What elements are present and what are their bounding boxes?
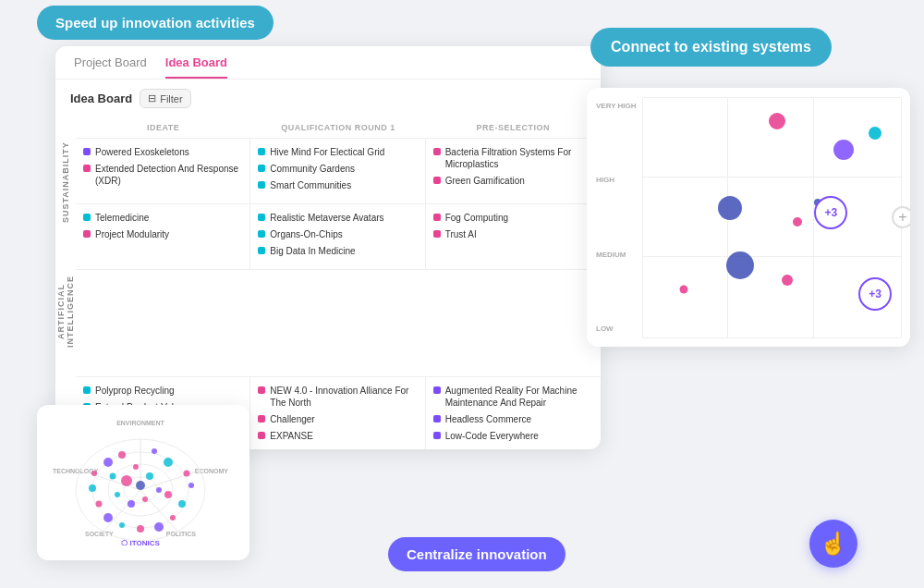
svg-point-18 (188, 483, 194, 488)
list-item[interactable]: Extended Detection And Response (XDR) (83, 163, 242, 187)
list-item[interactable]: Bacteria Filtration Systems For Micropla… (433, 146, 593, 170)
item-label: Telemedicine (95, 212, 149, 224)
item-label: Hive Mind For Electical Grid (270, 146, 384, 158)
list-item[interactable]: Realistic Metaverse Avatars (258, 212, 417, 224)
item-label: Organs-On-Chips (270, 228, 342, 240)
list-item[interactable]: Community Gardens (258, 163, 417, 175)
svg-point-17 (184, 471, 190, 477)
item-label: Project Modularity (95, 228, 169, 240)
scatter-dot (679, 286, 687, 294)
list-item[interactable]: Challenger (258, 413, 417, 425)
svg-point-32 (121, 475, 132, 486)
svg-point-16 (164, 458, 173, 467)
list-item[interactable]: Low-Code Everywhere (433, 430, 593, 442)
list-item[interactable]: Powered Exoskeletons (83, 146, 242, 158)
svg-point-33 (115, 492, 120, 497)
svg-point-35 (142, 496, 148, 502)
idea-board-card: Project Board Idea Board Idea Board ⊟ Fi… (55, 46, 601, 449)
col-headers: IDEATE QUALIFICATION ROUND 1 PRE-SELECTI… (76, 117, 601, 139)
svg-point-19 (178, 500, 186, 508)
svg-point-20 (170, 515, 176, 521)
scatter-chart-card: VERY HIGH HIGH MEDIUM LOW (587, 88, 910, 347)
item-label: Community Gardens (270, 163, 355, 175)
item-label: Smart Communities (270, 179, 351, 191)
list-item[interactable]: Fog Computing (433, 212, 593, 224)
svg-point-22 (137, 525, 144, 533)
svg-point-26 (89, 484, 96, 492)
tab-bar: Project Board Idea Board (55, 46, 601, 80)
innovation-bubble: Speed up innovation activities (37, 6, 274, 40)
list-item[interactable]: NEW 4.0 - Innovation Alliance For The No… (258, 385, 417, 409)
list-item[interactable]: Telemedicine (83, 212, 242, 224)
list-item[interactable]: Green Gamification (433, 175, 593, 187)
svg-point-24 (103, 513, 113, 522)
item-dot (258, 386, 265, 394)
scatter-inner: VERY HIGH HIGH MEDIUM LOW (587, 88, 910, 347)
filter-button[interactable]: ⊟ Filter (140, 89, 190, 108)
row-label-sustainability: SUSTAINABILITY (55, 117, 76, 247)
extra-qual-cell: NEW 4.0 - Innovation Alliance For The No… (250, 377, 425, 449)
item-label: Bacteria Filtration Systems For Micropla… (445, 146, 593, 170)
list-item[interactable]: Trust AI (433, 228, 593, 240)
list-item[interactable]: Hive Mind For Electical Grid (258, 146, 417, 158)
col-header-ideate: IDEATE (76, 117, 250, 138)
scatter-dot (833, 140, 854, 160)
svg-point-28 (103, 458, 113, 467)
item-label: Fog Computing (445, 212, 508, 224)
item-label: Polyprop Recycling (95, 385, 175, 397)
item-dot (258, 415, 265, 423)
tab-idea-board[interactable]: Idea Board (165, 55, 227, 79)
board-title: Idea Board (70, 92, 132, 105)
scatter-area: +3 +3 + (642, 97, 901, 337)
item-dot (83, 148, 91, 155)
item-dot (83, 230, 91, 238)
item-dot (433, 214, 441, 221)
list-item[interactable]: Smart Communities (258, 179, 417, 191)
list-item[interactable]: Organs-On-Chips (258, 228, 417, 240)
item-label: Realistic Metaverse Avatars (270, 212, 383, 224)
item-label: Trust AI (445, 228, 477, 240)
plus-badge-2[interactable]: +3 (858, 277, 892, 311)
item-dot (433, 148, 441, 155)
plus-badge-1[interactable]: +3 (814, 196, 847, 229)
svg-text:POLITICS: POLITICS (166, 531, 197, 537)
list-item[interactable]: Polyprop Recycling (83, 385, 242, 397)
scatter-dot (793, 217, 802, 227)
svg-point-31 (156, 487, 162, 493)
svg-point-30 (146, 472, 153, 480)
tab-project-board[interactable]: Project Board (74, 55, 147, 79)
svg-point-37 (110, 473, 116, 480)
row-labels: SUSTAINABILITY ARTIFICIAL INTELLIGENCE (55, 117, 76, 376)
item-label: NEW 4.0 - Innovation Alliance For The No… (270, 385, 417, 409)
list-item[interactable]: Project Modularity (83, 228, 242, 240)
scatter-add-button[interactable]: + (892, 206, 910, 228)
list-item[interactable]: Headless Commerce (433, 413, 593, 425)
item-dot (433, 177, 441, 184)
svg-point-25 (96, 501, 103, 508)
item-label: Low-Code Everywhere (445, 430, 539, 442)
item-dot (83, 214, 91, 221)
svg-line-12 (99, 490, 140, 536)
scatter-dot (769, 113, 785, 129)
list-item[interactable]: EXPANSE (258, 430, 417, 442)
scatter-dot (869, 127, 881, 140)
connect-bubble: Connect to existing systems (590, 28, 832, 67)
y-label-high: HIGH (596, 176, 642, 184)
item-dot (258, 181, 265, 189)
centralize-bubble: Centralize innovation (388, 537, 565, 571)
ai-row: Telemedicine Project Modularity Realisti… (76, 204, 601, 270)
svg-point-29 (133, 464, 139, 470)
svg-point-21 (154, 522, 164, 532)
list-item[interactable]: Big Data In Medicine (258, 245, 417, 257)
list-item[interactable]: Augmented Reality For Machine Maintenanc… (433, 385, 593, 409)
scatter-dot (782, 275, 793, 286)
item-label: Augmented Reality For Machine Maintenanc… (445, 385, 593, 409)
item-dot (433, 432, 441, 439)
item-dot (258, 230, 265, 238)
svg-point-14 (118, 451, 126, 459)
item-dot (433, 415, 441, 423)
hand-icon-button[interactable]: ☝ (809, 520, 857, 568)
item-label: Big Data In Medicine (270, 245, 355, 257)
filter-label: Filter (160, 93, 182, 104)
item-label: Challenger (270, 413, 314, 425)
